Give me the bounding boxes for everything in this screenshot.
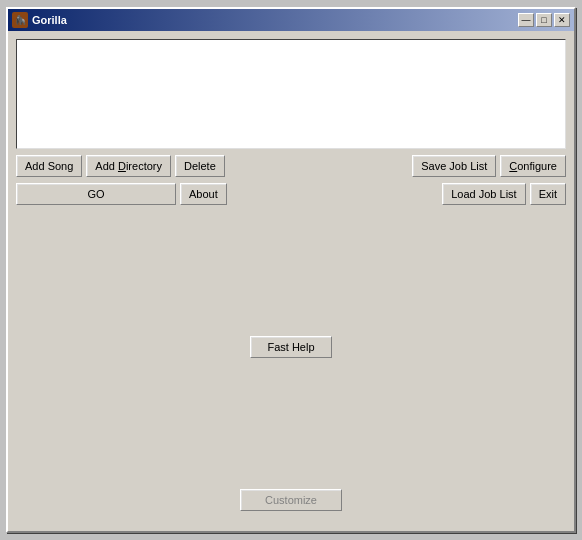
save-job-list-button[interactable]: Save Job List: [412, 155, 496, 177]
title-bar: 🦍 Gorilla — □ ✕: [8, 9, 574, 31]
main-window: 🦍 Gorilla — □ ✕ Add Song Add Directory D…: [6, 7, 576, 533]
title-bar-left: 🦍 Gorilla: [12, 12, 67, 28]
exit-button[interactable]: Exit: [530, 183, 566, 205]
bottom-area: Customize: [16, 489, 566, 523]
load-job-list-button[interactable]: Load Job List: [442, 183, 525, 205]
center-area: Fast Help: [16, 211, 566, 483]
song-list[interactable]: [16, 39, 566, 149]
minimize-button[interactable]: —: [518, 13, 534, 27]
window-content: Add Song Add Directory Delete Save Job L…: [8, 31, 574, 531]
maximize-button[interactable]: □: [536, 13, 552, 27]
close-button[interactable]: ✕: [554, 13, 570, 27]
window-title: Gorilla: [32, 14, 67, 26]
about-button[interactable]: About: [180, 183, 227, 205]
add-song-button[interactable]: Add Song: [16, 155, 82, 177]
delete-button[interactable]: Delete: [175, 155, 225, 177]
title-buttons: — □ ✕: [518, 13, 570, 27]
fast-help-button[interactable]: Fast Help: [250, 336, 331, 358]
configure-button[interactable]: Configure: [500, 155, 566, 177]
add-directory-button[interactable]: Add Directory: [86, 155, 171, 177]
button-row-1: Add Song Add Directory Delete Save Job L…: [16, 155, 566, 177]
button-row-2: GO About Load Job List Exit: [16, 183, 566, 205]
app-icon: 🦍: [12, 12, 28, 28]
go-button[interactable]: GO: [16, 183, 176, 205]
customize-button[interactable]: Customize: [240, 489, 342, 511]
